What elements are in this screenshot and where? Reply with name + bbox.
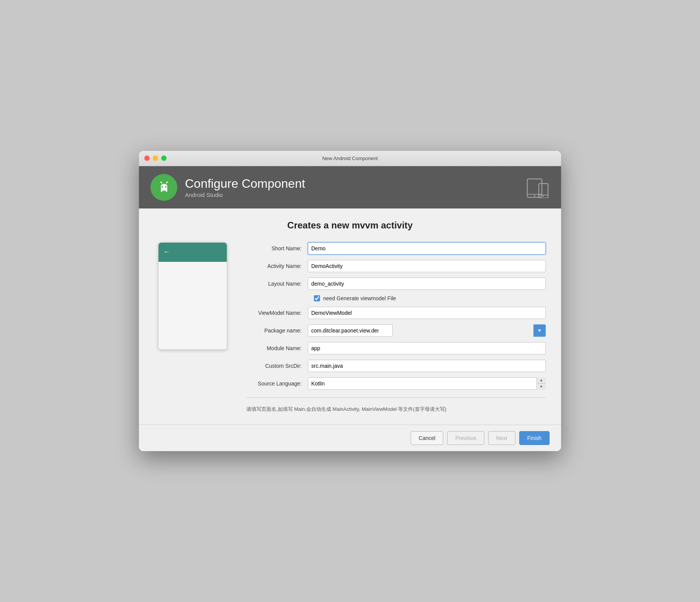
activity-name-row: Activity Name: [246,260,546,272]
svg-rect-9 [166,190,167,192]
spinbox-down-button[interactable]: ▼ [537,384,546,390]
cancel-button[interactable]: Cancel [411,431,444,445]
source-language-spinbox: ▲ ▼ [308,377,546,390]
header-left: A Configure Component Android Studio [150,174,305,201]
main-window: New Android Component A [139,151,561,452]
header-subtitle: Android Studio [185,192,305,198]
svg-point-7 [167,182,168,183]
back-arrow-icon: ← [163,248,170,256]
form-divider [246,397,546,398]
phone-screen-content [158,262,227,349]
phone-toolbar: ← [158,243,227,262]
window-title: New Android Component [322,155,378,161]
package-name-row: Package name: ▼ [246,324,546,337]
activity-name-label: Activity Name: [246,263,308,269]
preview-panel: ← [154,242,231,413]
layout-name-input[interactable] [308,278,546,290]
footer: Cancel Previous Next Finish [139,425,561,451]
svg-point-6 [160,182,161,183]
dropdown-chevron-icon: ▼ [537,328,542,333]
phone-mockup: ← [158,242,227,350]
source-language-row: Source Language: ▲ ▼ [246,377,546,390]
custom-srcdir-input[interactable] [308,360,546,372]
svg-point-15 [543,195,544,197]
package-name-input[interactable] [308,324,393,337]
header: A Configure Component Android Studio [139,166,561,208]
checkbox-label: need Generate viewmodel File [323,295,396,301]
package-name-select-wrapper: ▼ [308,324,546,337]
finish-button[interactable]: Finish [519,431,550,445]
android-logo-icon: A [155,179,173,196]
activity-name-input[interactable] [308,260,546,272]
checkbox-row: need Generate viewmodel File [246,295,546,301]
maximize-button[interactable] [161,155,167,161]
main-area: ← Short Name: Activity Name: [154,242,546,413]
spinbox-arrows: ▲ ▼ [537,377,546,390]
generate-viewmodel-checkbox[interactable] [314,295,320,301]
content-area: Creates a new mvvm activity ← Short Name… [139,208,561,425]
short-name-input[interactable] [308,242,546,255]
svg-point-12 [534,195,535,197]
title-bar: New Android Component [139,151,561,166]
custom-srcdir-row: Custom SrcDir: [246,360,546,372]
source-language-label: Source Language: [246,380,308,387]
source-language-input[interactable] [308,377,546,390]
header-text: Configure Component Android Studio [185,177,305,198]
module-name-input[interactable] [308,342,546,354]
page-description: Creates a new mvvm activity [154,220,546,231]
window-controls [144,155,167,161]
header-title: Configure Component [185,177,305,191]
form-panel: Short Name: Activity Name: Layout Name: … [246,242,546,413]
android-logo: A [150,174,177,201]
layout-name-row: Layout Name: [246,278,546,290]
module-name-row: Module Name: [246,342,546,354]
viewmodel-name-row: ViewModel Name: [246,307,546,319]
close-button[interactable] [144,155,150,161]
package-dropdown-arrow[interactable]: ▼ [533,324,546,337]
previous-button[interactable]: Previous [447,431,484,445]
custom-srcdir-label: Custom SrcDir: [246,363,308,369]
short-name-label: Short Name: [246,245,308,251]
next-button[interactable]: Next [488,431,515,445]
package-name-label: Package name: [246,327,308,334]
viewmodel-name-label: ViewModel Name: [246,310,308,316]
devices-icon [527,175,550,200]
svg-point-3 [165,186,167,188]
phone-tablet-icon [527,175,550,198]
short-name-row: Short Name: [246,242,546,255]
viewmodel-name-input[interactable] [308,307,546,319]
module-name-label: Module Name: [246,345,308,351]
layout-name-label: Layout Name: [246,281,308,287]
minimize-button[interactable] [153,155,158,161]
info-text: 请填写页面名,如填写 Main,会自动生成 MainActivity, Main… [246,405,546,413]
svg-rect-8 [161,190,162,192]
svg-point-2 [162,186,163,188]
spinbox-up-button[interactable]: ▲ [537,377,546,384]
